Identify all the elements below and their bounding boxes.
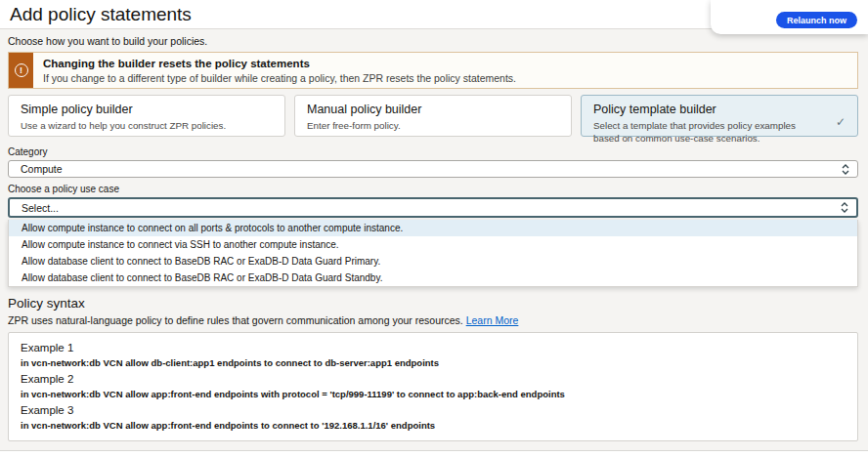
builder-cards-row: Simple policy builder Use a wizard to he… bbox=[8, 95, 858, 137]
category-label: Category bbox=[8, 146, 858, 157]
card-manual-policy-builder[interactable]: Manual policy builder Enter free-form po… bbox=[294, 95, 572, 137]
card-title: Policy template builder bbox=[593, 103, 846, 116]
example-code: in vcn-network:db VCN allow db-client:ap… bbox=[21, 357, 846, 368]
page-title: Add policy statements bbox=[10, 4, 192, 25]
card-description: Select a template that provides policy e… bbox=[593, 120, 846, 145]
use-case-dropdown-list: Allow compute instance to connect on all… bbox=[8, 220, 858, 287]
warning-body: If you change to a different type of bui… bbox=[43, 72, 516, 84]
use-case-select-value: Select... bbox=[22, 202, 59, 214]
card-title: Manual policy builder bbox=[307, 103, 559, 116]
category-select[interactable]: Compute bbox=[8, 160, 858, 178]
use-case-option[interactable]: Allow database client to connect to Base… bbox=[9, 253, 857, 270]
warning-exclamation-icon: ! bbox=[15, 63, 28, 77]
example-code: in vcn-network:db VCN allow app:front-en… bbox=[21, 420, 846, 431]
selected-check-icon: ✓ bbox=[836, 115, 846, 129]
example-code: in vcn-network:db VCN allow app:front-en… bbox=[21, 389, 846, 399]
select-updown-icon bbox=[841, 202, 848, 213]
relaunch-popup: Relaunch now bbox=[711, 0, 868, 34]
use-case-label: Choose a policy use case bbox=[8, 184, 858, 194]
builder-reset-warning-banner: ! Changing the builder resets the policy… bbox=[8, 52, 858, 89]
policy-syntax-description: ZPR uses natural-language policy to defi… bbox=[8, 314, 858, 326]
policy-syntax-heading: Policy syntax bbox=[8, 296, 858, 311]
example-label: Example 3 bbox=[21, 404, 846, 416]
learn-more-link[interactable]: Learn More bbox=[466, 314, 519, 326]
card-title: Simple policy builder bbox=[21, 103, 273, 116]
card-simple-policy-builder[interactable]: Simple policy builder Use a wizard to he… bbox=[8, 95, 285, 137]
relaunch-now-button[interactable]: Relaunch now bbox=[776, 12, 857, 28]
warning-icon-block: ! bbox=[9, 53, 33, 88]
card-policy-template-builder[interactable]: Policy template builder Select a templat… bbox=[581, 95, 858, 137]
builder-subtitle: Choose how you want to build your polici… bbox=[8, 35, 858, 47]
use-case-option[interactable]: Allow database client to connect to Base… bbox=[9, 270, 857, 286]
card-description: Use a wizard to help you construct ZPR p… bbox=[21, 120, 273, 133]
policy-syntax-examples-box: Example 1 in vcn-network:db VCN allow db… bbox=[8, 332, 858, 441]
use-case-option[interactable]: Allow compute instance to connect via SS… bbox=[9, 236, 857, 253]
example-label: Example 2 bbox=[21, 373, 846, 385]
category-select-value: Compute bbox=[21, 163, 63, 175]
warning-texts: Changing the builder resets the policy s… bbox=[33, 53, 526, 88]
policy-syntax-description-text: ZPR uses natural-language policy to defi… bbox=[8, 314, 463, 326]
warning-title: Changing the builder resets the policy s… bbox=[43, 58, 516, 69]
example-label: Example 1 bbox=[21, 342, 846, 353]
card-description: Enter free-form policy. bbox=[307, 120, 559, 133]
use-case-select[interactable]: Select... bbox=[8, 197, 858, 218]
use-case-option[interactable]: Allow compute instance to connect on all… bbox=[9, 220, 857, 236]
select-updown-icon bbox=[842, 164, 849, 175]
policy-builder-panel: Choose how you want to build your polici… bbox=[0, 28, 868, 451]
